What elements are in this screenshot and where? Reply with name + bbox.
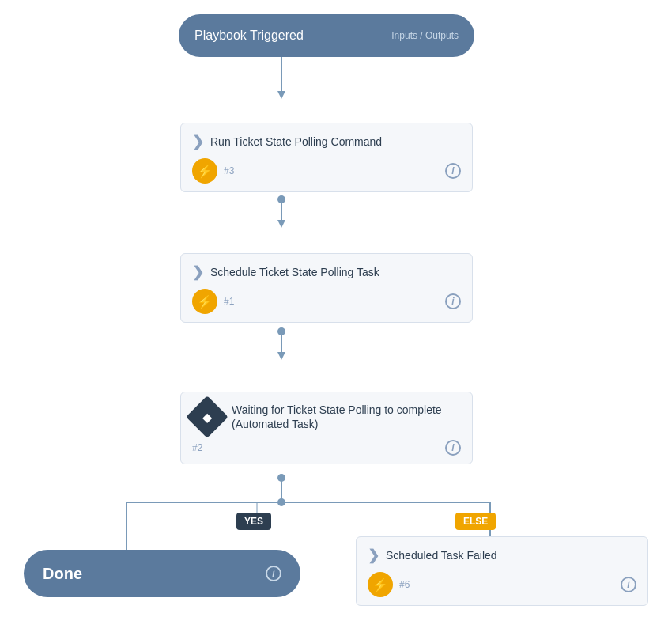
- info-icon-3[interactable]: i: [445, 440, 461, 456]
- task-footer-2: ⚡ #1 i: [192, 289, 461, 314]
- svg-marker-1: [277, 91, 285, 99]
- lightning-icon-2: ⚡: [192, 289, 217, 314]
- svg-point-11: [277, 498, 285, 506]
- lightning-icon-1: ⚡: [192, 158, 217, 184]
- flowchart-canvas: Playbook Triggered Inputs / Outputs ❯ Ru…: [0, 0, 672, 636]
- task-footer-1: ⚡ #3 i: [192, 158, 461, 184]
- diamond-icon-3: ◆: [202, 410, 212, 425]
- task-header-4: ❯ Scheduled Task Failed: [368, 547, 636, 564]
- chevron-icon-4: ❯: [368, 547, 379, 564]
- inputs-outputs-link[interactable]: Inputs / Outputs: [391, 30, 459, 41]
- task-title-3: Waiting for Ticket State Polling to comp…: [232, 403, 461, 431]
- chevron-icon-2: ❯: [192, 263, 204, 281]
- chevron-icon-1: ❯: [192, 133, 204, 150]
- task-num-3: #2: [192, 442, 202, 453]
- task-node-3[interactable]: ◆ Waiting for Ticket State Polling to co…: [180, 392, 473, 464]
- svg-point-6: [277, 327, 285, 335]
- task-header-2: ❯ Schedule Ticket State Polling Task: [192, 263, 461, 281]
- task-title-1: Run Ticket State Polling Command: [210, 134, 382, 149]
- branch-yes-label: YES: [236, 513, 271, 530]
- trigger-label: Playbook Triggered: [194, 28, 304, 43]
- task-node-4[interactable]: ❯ Scheduled Task Failed ⚡ #6 i: [356, 536, 648, 606]
- svg-marker-4: [277, 220, 285, 228]
- info-icon-4[interactable]: i: [621, 577, 636, 592]
- task-num-2: #1: [224, 296, 234, 307]
- task-footer-3: #2 i: [192, 440, 461, 456]
- done-label: Done: [43, 565, 82, 583]
- svg-point-3: [277, 195, 285, 203]
- trigger-node[interactable]: Playbook Triggered Inputs / Outputs: [179, 14, 474, 57]
- done-node[interactable]: Done i: [24, 550, 300, 597]
- info-icon-done[interactable]: i: [266, 566, 281, 581]
- svg-marker-7: [277, 352, 285, 360]
- task-node-2[interactable]: ❯ Schedule Ticket State Polling Task ⚡ #…: [180, 253, 473, 323]
- svg-point-9: [277, 474, 285, 482]
- task-footer-4: ⚡ #6 i: [368, 572, 636, 597]
- task-header-1: ❯ Run Ticket State Polling Command: [192, 133, 461, 150]
- task-num-4: #6: [399, 579, 410, 590]
- info-icon-1[interactable]: i: [445, 163, 461, 179]
- task-node-1[interactable]: ❯ Run Ticket State Polling Command ⚡ #3 …: [180, 123, 473, 192]
- task-title-4: Scheduled Task Failed: [386, 548, 497, 562]
- task-num-1: #3: [224, 165, 234, 176]
- branch-else-label: ELSE: [455, 513, 496, 530]
- lightning-icon-4: ⚡: [368, 572, 393, 597]
- info-icon-2[interactable]: i: [445, 293, 461, 309]
- task-header-3: ◆ Waiting for Ticket State Polling to co…: [192, 402, 461, 432]
- task-title-2: Schedule Ticket State Polling Task: [210, 265, 379, 279]
